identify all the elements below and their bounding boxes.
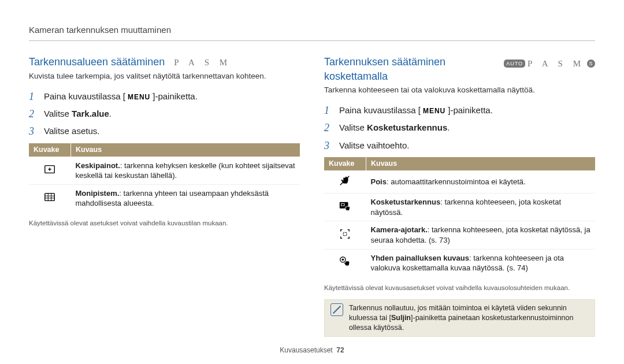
- term: Keskipainot.: [76, 161, 120, 170]
- step-text-a: Valitse: [44, 109, 72, 118]
- left-table: Kuvake Kuvaus Keskipainot.: tarkenna keh…: [29, 143, 300, 212]
- note-bold: Suljin: [391, 314, 411, 322]
- step-text: Valitse Kosketustarkennus.: [339, 122, 450, 133]
- left-steps: 1 Paina kuvaustilassa [MENU]-painiketta.…: [29, 90, 300, 139]
- right-title-row: Tarkennuksen säätäminen koskettamalla AU…: [324, 55, 595, 83]
- step-text-bold: Kosketustarkennus: [367, 122, 447, 132]
- cell-icon: [29, 184, 71, 212]
- right-footnote: Käytettävissä olevat kuvausasetukset voi…: [324, 284, 595, 293]
- mode-s-chip: S: [587, 60, 595, 68]
- left-modes: P A S M: [174, 57, 231, 68]
- step-text-post: ]-painiketta.: [153, 91, 198, 101]
- svg-rect-3: [45, 193, 55, 200]
- step-text-post: ]-painiketta.: [448, 105, 493, 115]
- step-number: 1: [29, 90, 44, 103]
- left-title-row: Tarkennusalueen säätäminen P A S M: [29, 55, 300, 69]
- right-intro: Tarkenna kohteeseen tai ota valokuva kos…: [324, 85, 595, 95]
- term: Monipistem.: [76, 189, 120, 198]
- right-steps: 1 Paina kuvaustilassa [MENU]-painiketta.…: [324, 103, 595, 153]
- step-text: Valitse vaihtoehto.: [339, 140, 409, 151]
- columns: Tarkennusalueen säätäminen P A S M Kuvis…: [29, 55, 595, 337]
- th-desc: Kuvaus: [366, 157, 596, 170]
- table-row: Monipistem.: tarkenna yhteen tai useampa…: [29, 184, 300, 212]
- cell-icon: [324, 221, 366, 249]
- step-text-pre: Paina kuvaustilassa [: [44, 91, 125, 101]
- crosshair-icon: [339, 228, 351, 240]
- touch-focus-icon: [339, 200, 351, 213]
- term: Kamera-ajotark.: [371, 225, 428, 234]
- desc: : automaattitarkennustoimintoa ei käytet…: [387, 177, 526, 186]
- table-row: Pois: automaattitarkennustoimintoa ei kä…: [324, 170, 595, 194]
- th-icon: Kuvake: [324, 157, 366, 170]
- step-3: 3 Valitse vaihtoehto.: [324, 139, 595, 153]
- hand-off-icon: [339, 174, 351, 187]
- svg-rect-11: [344, 232, 347, 236]
- step-number: 1: [324, 103, 339, 117]
- step-2: 2 Valitse Kosketustarkennus.: [324, 121, 595, 135]
- step-text: Valitse asetus.: [44, 125, 99, 137]
- step-text: Paina kuvaustilassa [MENU]-painiketta.: [44, 91, 198, 102]
- step-number: 3: [324, 139, 339, 153]
- footer-label: Kuvausasetukset: [280, 346, 332, 354]
- step-text: Valitse Tark.alue.: [44, 108, 112, 120]
- table-row: Yhden painalluksen kuvaus: tarkenna koht…: [324, 249, 595, 277]
- step-text-pre: Paina kuvaustilassa [: [339, 105, 421, 115]
- th-icon: Kuvake: [29, 143, 71, 157]
- cell-desc: Monipistem.: tarkenna yhteen tai useampa…: [71, 184, 300, 212]
- page-header: Kameran tarkennuksen muuttaminen: [29, 24, 595, 41]
- menu-label: MENU: [125, 92, 153, 102]
- page-footer: Kuvausasetukset 72: [0, 346, 624, 355]
- cell-desc: Kamera-ajotark.: tarkenna kohteeseen, jo…: [366, 221, 596, 249]
- step-text-b: .: [109, 109, 112, 118]
- left-footnote: Käytettävissä olevat asetukset voivat va…: [29, 219, 300, 228]
- table-row: Keskipainot.: tarkenna kehyksen keskelle…: [29, 157, 300, 184]
- svg-point-13: [342, 258, 344, 261]
- cell-icon: [324, 249, 366, 277]
- cell-icon: [29, 157, 71, 184]
- step-text-a: Valitse vaihtoehto.: [339, 140, 409, 150]
- table-row: Kosketustarkennus: tarkenna kohteeseen, …: [324, 194, 595, 221]
- table-row: Kamera-ajotark.: tarkenna kohteeseen, jo…: [324, 221, 595, 249]
- step-text-a: Valitse: [339, 122, 367, 132]
- term: Pois: [371, 177, 387, 186]
- step-number: 2: [324, 121, 339, 135]
- right-title: Tarkennuksen säätäminen koskettamalla: [324, 55, 495, 83]
- step-1: 1 Paina kuvaustilassa [MENU]-painiketta.: [29, 90, 300, 103]
- note-icon: [330, 303, 343, 316]
- term: Kosketustarkennus: [371, 198, 441, 206]
- left-intro: Kuvista tulee tarkempia, jos valitset nä…: [29, 71, 300, 81]
- step-text-a: Valitse asetus.: [44, 126, 99, 136]
- modes-text: P A S M: [528, 58, 585, 69]
- cell-icon: [324, 194, 366, 221]
- note-text: Tarkennus nollautuu, jos mitään toiminto…: [349, 303, 589, 333]
- cell-desc: Keskipainot.: tarkenna kehyksen keskelle…: [71, 157, 300, 184]
- right-modes: AUTO P A S M S: [504, 58, 595, 69]
- left-column: Tarkennusalueen säätäminen P A S M Kuvis…: [29, 55, 300, 337]
- note-box: Tarkennus nollautuu, jos mitään toiminto…: [324, 299, 595, 337]
- center-plus-icon: [43, 163, 56, 176]
- term: Yhden painalluksen kuvaus: [371, 254, 470, 262]
- cell-desc: Kosketustarkennus: tarkenna kohteeseen, …: [366, 194, 596, 221]
- menu-label: MENU: [421, 106, 448, 116]
- cell-desc: Yhden painalluksen kuvaus: tarkenna koht…: [366, 249, 596, 277]
- grid-icon: [43, 191, 56, 203]
- th-desc: Kuvaus: [71, 143, 300, 157]
- page: Kameran tarkennuksen muuttaminen Tarkenn…: [0, 0, 624, 364]
- step-number: 3: [29, 124, 44, 138]
- step-number: 2: [29, 107, 44, 121]
- step-3: 3 Valitse asetus.: [29, 124, 300, 138]
- step-text-bold: Tark.alue: [72, 109, 109, 118]
- shutter-hand-icon: [339, 255, 351, 268]
- step-text: Paina kuvaustilassa [MENU]-painiketta.: [339, 105, 493, 116]
- step-2: 2 Valitse Tark.alue.: [29, 107, 300, 121]
- left-title: Tarkennusalueen säätäminen: [29, 55, 165, 69]
- right-table: Kuvake Kuvaus Pois: automaattitarkennust…: [324, 157, 595, 277]
- cell-icon: [324, 170, 366, 194]
- step-1: 1 Paina kuvaustilassa [MENU]-painiketta.: [324, 103, 595, 117]
- right-column: Tarkennuksen säätäminen koskettamalla AU…: [324, 55, 595, 337]
- cell-desc: Pois: automaattitarkennustoimintoa ei kä…: [366, 170, 596, 194]
- footer-page: 72: [336, 346, 344, 354]
- step-text-b: .: [447, 122, 450, 132]
- mode-auto-chip: AUTO: [504, 60, 525, 68]
